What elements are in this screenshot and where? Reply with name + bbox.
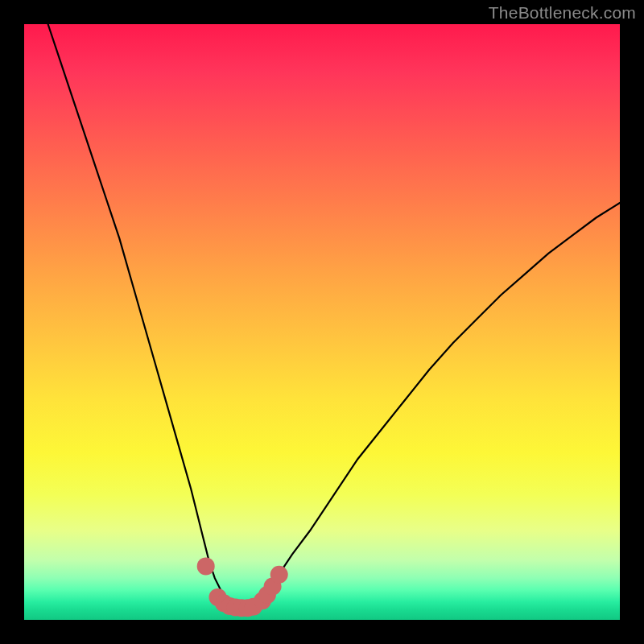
bottleneck-curve (48, 24, 620, 608)
marker-dot (270, 566, 288, 584)
plot-area (24, 24, 620, 620)
chart-frame: TheBottleneck.com (0, 0, 644, 644)
chart-svg (24, 24, 620, 620)
marker-group (197, 557, 288, 617)
marker-dot (197, 557, 215, 575)
watermark-text: TheBottleneck.com (489, 3, 636, 23)
